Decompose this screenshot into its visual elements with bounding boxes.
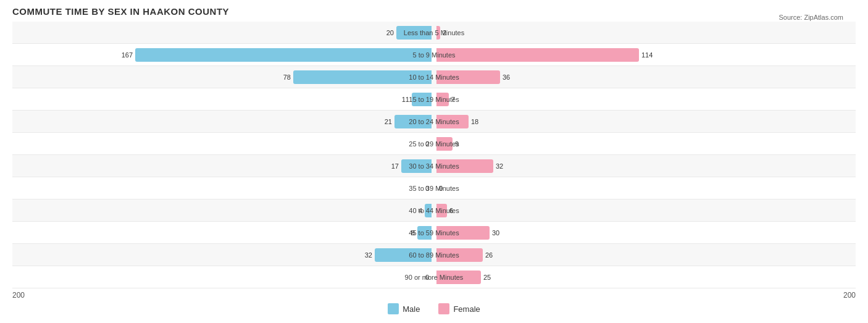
male-value: 32: [365, 251, 372, 259]
table-row: 11 15 to 19 Minutes 7: [12, 88, 856, 111]
female-value: 7: [451, 96, 455, 103]
table-row: 21 20 to 24 Minutes 18: [12, 111, 856, 133]
left-section: 20: [12, 22, 434, 43]
female-bar: 2: [436, 26, 440, 40]
male-legend-label: Male: [403, 304, 420, 314]
male-bar: 78: [293, 70, 432, 84]
female-bar: 32: [436, 159, 493, 173]
table-row: 20 Less than 5 Minutes 2: [12, 22, 856, 44]
male-value: 167: [122, 51, 133, 59]
left-section: 78: [12, 66, 434, 88]
left-section: 17: [12, 155, 434, 177]
female-bar: 114: [436, 48, 639, 62]
female-bar: 30: [436, 226, 490, 240]
male-value: 21: [385, 118, 392, 125]
left-section: 0: [12, 266, 434, 288]
source-label: Source: ZipAtlas.com: [778, 14, 843, 21]
chart-container: 20 Less than 5 Minutes 2: [12, 22, 856, 300]
bar-area: 8 45 to 59 Minutes 30: [12, 222, 856, 243]
right-section: 0: [434, 177, 856, 199]
left-section: 11: [12, 88, 434, 110]
left-section: 167: [12, 44, 434, 65]
female-bar: 9: [436, 137, 453, 151]
female-value: 0: [439, 185, 443, 192]
bar-area: 21 20 to 24 Minutes 18: [12, 111, 856, 132]
right-section: 2: [434, 22, 856, 43]
male-value: 8: [411, 229, 415, 237]
male-legend-box: [388, 303, 399, 314]
male-value: 20: [386, 29, 394, 36]
male-bar: 4: [425, 204, 432, 217]
right-section: 26: [434, 244, 856, 266]
bar-area: 17 30 to 34 Minutes 32: [12, 155, 856, 177]
male-value: 0: [425, 274, 429, 281]
male-value: 17: [391, 162, 399, 170]
left-section: 4: [12, 199, 434, 221]
left-section: 21: [12, 111, 434, 132]
right-section: 25: [434, 266, 856, 288]
male-bar: 17: [401, 159, 432, 173]
left-section: 0: [12, 177, 434, 199]
female-value: 18: [471, 118, 478, 125]
table-row: 0 35 to 39 Minutes 0: [12, 177, 856, 199]
bar-area: 0 35 to 39 Minutes 0: [12, 177, 856, 199]
female-value: 2: [443, 29, 446, 36]
female-value: 26: [485, 251, 493, 259]
table-row: 8 45 to 59 Minutes 30: [12, 222, 856, 244]
female-bar: 18: [436, 115, 469, 128]
bar-area: 0 90 or more Minutes 25: [12, 266, 856, 288]
bar-area: 0 25 to 29 Minutes 9: [12, 133, 856, 154]
male-value: 0: [425, 140, 429, 148]
female-value: 9: [455, 140, 459, 148]
female-bar: 6: [436, 204, 447, 217]
female-value: 36: [503, 73, 510, 81]
axis-min: 200: [12, 291, 25, 300]
left-section: 0: [12, 133, 434, 154]
right-section: 36: [434, 66, 856, 88]
male-bar: 11: [412, 93, 432, 106]
axis-max: 200: [843, 291, 856, 300]
right-section: 30: [434, 222, 856, 243]
female-value: 32: [496, 162, 503, 170]
male-bar: 32: [375, 248, 432, 262]
female-bar: 25: [436, 271, 481, 284]
left-section: 8: [12, 222, 434, 243]
female-value: 30: [492, 229, 499, 237]
male-value: 78: [283, 73, 291, 81]
legend-female: Female: [438, 303, 480, 314]
table-row: 17 30 to 34 Minutes 32: [12, 155, 856, 177]
rows-wrapper: 20 Less than 5 Minutes 2: [12, 22, 856, 288]
right-section: 9: [434, 133, 856, 154]
table-row: 32 60 to 89 Minutes 26: [12, 244, 856, 266]
male-bar: 8: [417, 226, 432, 240]
female-legend-label: Female: [453, 304, 480, 314]
male-bar: 167: [135, 48, 432, 62]
bar-area: 32 60 to 89 Minutes 26: [12, 244, 856, 266]
male-value: 11: [402, 96, 409, 103]
male-value: 4: [419, 207, 422, 214]
table-row: 0 90 or more Minutes 25: [12, 266, 856, 288]
female-value: 25: [483, 274, 491, 281]
female-value: 114: [641, 51, 653, 59]
right-section: 18: [434, 111, 856, 132]
male-bar: 20: [396, 26, 432, 40]
female-value: 6: [449, 207, 453, 214]
left-section: 32: [12, 244, 434, 266]
male-value: 0: [425, 185, 429, 192]
female-bar: 7: [436, 93, 449, 106]
right-section: 114: [434, 44, 856, 65]
female-legend-box: [438, 303, 449, 314]
female-bar: 26: [436, 248, 483, 262]
table-row: 78 10 to 14 Minutes 36: [12, 66, 856, 88]
bar-area: 167 5 to 9 Minutes 114: [12, 44, 856, 65]
axis-labels: 200 200: [12, 291, 856, 300]
bar-area: 4 40 to 44 Minutes 6: [12, 199, 856, 221]
legend-male: Male: [388, 303, 420, 314]
table-row: 167 5 to 9 Minutes 114: [12, 44, 856, 66]
bar-area: 11 15 to 19 Minutes 7: [12, 88, 856, 110]
male-bar: 21: [394, 115, 432, 128]
right-section: 32: [434, 155, 856, 177]
table-row: 4 40 to 44 Minutes 6: [12, 199, 856, 222]
bar-area: 20 Less than 5 Minutes 2: [12, 22, 856, 43]
chart-title: COMMUTE TIME BY SEX IN HAAKON COUNTY: [12, 6, 856, 17]
